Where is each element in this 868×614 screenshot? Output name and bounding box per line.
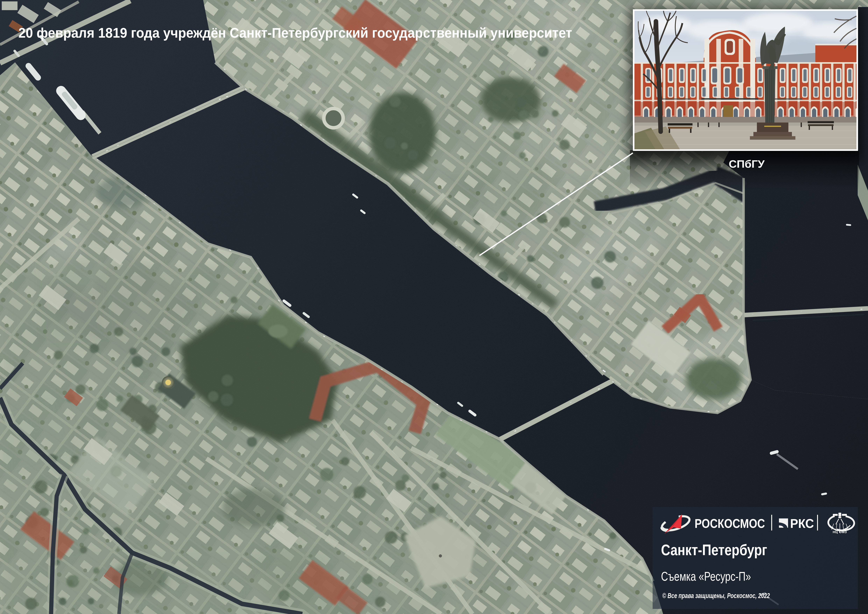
svg-text:СПбГУ: СПбГУ (729, 158, 765, 170)
svg-text:НЦ ОМЗ: НЦ ОМЗ (833, 530, 847, 534)
svg-text:Съемка «Ресурс-П»: Съемка «Ресурс-П» (661, 569, 751, 583)
svg-text:20 февраля 1819 года учреждён: 20 февраля 1819 года учреждён Санкт-Пете… (19, 25, 572, 40)
svg-text:РКС: РКС (790, 516, 814, 530)
svg-text:РОСКОСМОС: РОСКОСМОС (694, 516, 765, 530)
svg-text:© Все права защищены, Роскосмо: © Все права защищены, Роскосмос, 2022 (662, 592, 770, 600)
svg-text:Санкт-Петербург: Санкт-Петербург (661, 541, 767, 558)
